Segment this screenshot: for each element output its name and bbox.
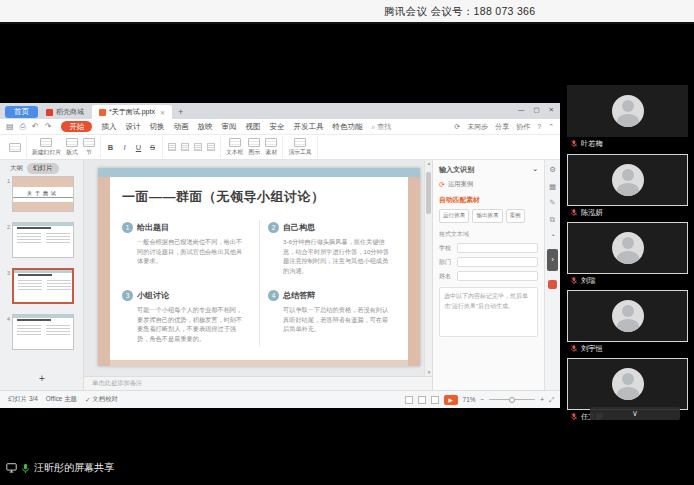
slide-canvas[interactable]: 一面——群面（无领导小组讨论） 1 给出题目 一般会根据自己报送岗位不同，给出不… <box>84 160 424 376</box>
reading-view-icon[interactable] <box>431 396 439 404</box>
field-input-3[interactable] <box>457 271 538 281</box>
current-slide[interactable]: 一面——群面（无领导小组讨论） 1 给出题目 一般会根据自己报送岗位不同，给出不… <box>98 168 420 366</box>
slide-item-3[interactable]: 3 小组讨论 可能一个小组每个人的专业都不相同，要发挥自己的优势，积极发言，时刻… <box>122 284 250 352</box>
pane-collapse-button[interactable]: › <box>547 249 558 271</box>
diagram-button[interactable]: 图示 <box>248 138 260 157</box>
material-button[interactable]: 素材 <box>265 138 277 157</box>
thumbnail-2[interactable] <box>12 222 74 258</box>
avatar <box>612 300 644 332</box>
slideshow-play-button[interactable]: ▶ <box>444 395 458 405</box>
textbox-button[interactable]: 文本框 <box>226 138 243 157</box>
docer-badge-icon[interactable] <box>548 280 557 289</box>
ribbon-search[interactable]: ⌕ 查找 <box>371 122 391 132</box>
save-icon[interactable]: ▤ <box>6 122 14 131</box>
scrollbar-thumb[interactable] <box>426 172 431 214</box>
present-tools-button[interactable]: 演示工具 <box>288 138 311 157</box>
maximize-button[interactable]: ▢ <box>533 106 539 114</box>
slide-item-2[interactable]: 2 自己构思 3-6分钟自行做头脑风暴，抓住关键信息，结合平时所学进行作答，10… <box>268 216 396 284</box>
print-icon[interactable]: ⎙ <box>20 122 26 132</box>
new-slide-button[interactable]: 新建幻灯片 <box>32 138 61 157</box>
run-effect-button[interactable]: 运行效果 <box>439 209 469 223</box>
slide-thumb-3[interactable]: 3 <box>4 268 74 304</box>
participant-tile[interactable]: 陈泓妍 <box>567 154 688 219</box>
strikethrough-button[interactable]: S <box>148 143 157 152</box>
new-tab-button[interactable]: + <box>178 105 183 119</box>
normal-view-icon[interactable] <box>405 396 413 404</box>
menu-tab-slideshow[interactable]: 放映 <box>197 122 212 132</box>
tab-close-icon[interactable]: ✕ <box>160 109 165 116</box>
thumbnail-1[interactable]: 关于面试 <box>12 176 74 212</box>
menu-tab-features[interactable]: 特色功能 <box>332 122 362 132</box>
menu-tab-insert[interactable]: 插入 <box>101 122 116 132</box>
tab-docer[interactable]: 稻壳商城 <box>38 105 92 119</box>
participant-tile[interactable]: 叶若梅 <box>567 85 688 150</box>
notes-bar[interactable]: 单击此处添加备注 <box>84 376 432 390</box>
case-button[interactable]: 案例 <box>506 209 525 223</box>
field-input-2[interactable] <box>457 257 538 267</box>
ribbon-collapse-icon[interactable]: ⌃ <box>548 123 554 131</box>
redo-icon[interactable]: ↷ <box>45 122 52 131</box>
tab-outline[interactable]: 大纲 <box>10 164 23 173</box>
align-center-icon[interactable] <box>181 143 189 151</box>
sidebar-collapse-button[interactable]: ∨ <box>590 407 680 420</box>
help-icon[interactable]: ? <box>537 123 541 130</box>
participant-label: 刘瑞 <box>567 274 688 287</box>
proof-label[interactable]: 文档校对 <box>92 395 118 404</box>
participant-tile[interactable]: 刘宇恒 <box>567 290 688 355</box>
zoom-in-button[interactable]: + <box>540 396 544 403</box>
history-icon[interactable]: ◔ <box>550 232 555 240</box>
tab-slides[interactable]: 幻灯片 <box>27 163 59 174</box>
share-button[interactable]: 分享 <box>495 122 509 132</box>
menu-tab-transition[interactable]: 切换 <box>149 122 164 132</box>
paste-button[interactable] <box>9 143 21 152</box>
slide-title[interactable]: 一面——群面（无领导小组讨论） <box>122 188 325 206</box>
italic-button[interactable]: I <box>120 143 129 152</box>
design-icon[interactable]: ▦ <box>549 183 556 191</box>
thumbnail-3-selected[interactable] <box>12 268 74 304</box>
menu-tab-design[interactable]: 设计 <box>125 122 140 132</box>
menu-tab-review[interactable]: 审阅 <box>221 122 236 132</box>
participant-tile[interactable]: 刘瑞 <box>567 222 688 287</box>
collab-button[interactable]: 协作 <box>516 122 530 132</box>
zoom-slider-knob[interactable] <box>509 397 515 403</box>
menu-tab-security[interactable]: 安全 <box>269 122 284 132</box>
slide-thumb-2[interactable]: 2 <box>4 222 74 258</box>
undo-icon[interactable]: ↶ <box>32 122 39 131</box>
zoom-out-button[interactable]: − <box>480 396 484 403</box>
sorter-view-icon[interactable] <box>418 396 426 404</box>
layout-button[interactable]: 版式 <box>66 138 78 157</box>
tab-home[interactable]: 首页 <box>5 106 38 118</box>
canvas-scrollbar[interactable]: ▲ ▼ <box>424 160 432 376</box>
annotate-icon[interactable]: ✎ <box>549 199 555 207</box>
menu-tab-view[interactable]: 视图 <box>245 122 260 132</box>
align-justify-icon[interactable] <box>207 143 215 151</box>
task-pane-hint: 选中以下内容标记完毕，然后单击“运行效果”后自动生成。 <box>439 287 538 337</box>
slide-thumb-1[interactable]: 1 关于面试 <box>4 176 74 212</box>
align-right-icon[interactable] <box>194 143 202 151</box>
minimize-button[interactable]: — <box>518 106 525 114</box>
properties-icon[interactable]: ⚙ <box>549 166 556 174</box>
menu-tab-animation[interactable]: 动画 <box>173 122 188 132</box>
layers-icon[interactable]: ⧉ <box>550 216 555 224</box>
use-case-link[interactable]: ⟳ 运用案例 <box>439 180 538 189</box>
underline-button[interactable]: U <box>134 143 143 152</box>
bold-button[interactable]: B <box>106 143 115 152</box>
thumb1-bottom-band <box>13 202 73 211</box>
zoom-slider[interactable] <box>489 399 535 400</box>
tab-document[interactable]: *关于面试.pptx ✕ <box>92 105 172 119</box>
close-button[interactable]: ✕ <box>549 106 554 114</box>
fit-screen-icon[interactable]: ⤢ <box>549 396 554 404</box>
field-input-1[interactable] <box>457 243 538 253</box>
add-slide-button[interactable]: + <box>0 373 84 384</box>
align-left-icon[interactable] <box>168 143 176 151</box>
section-button[interactable]: 节 <box>83 138 95 157</box>
task-pane-collapse-icon[interactable]: ⌄ <box>532 165 538 175</box>
slide-thumb-4[interactable]: 4 <box>4 314 74 350</box>
slide-item-4[interactable]: 4 总结答辩 可以争取一下总结的资格，若没有则认真听好结尾，若答辩者有遗漏，可在… <box>268 284 396 352</box>
sync-icon[interactable]: ⟳ <box>454 123 460 131</box>
menu-tab-start[interactable]: 开始 <box>61 121 92 132</box>
output-effect-button[interactable]: 输出效果 <box>472 209 502 223</box>
thumbnail-4[interactable] <box>12 314 74 350</box>
slide-item-1[interactable]: 1 给出题目 一般会根据自己报送岗位不同，给出不同的讨论题目，面试官也会给出其他… <box>122 216 250 284</box>
menu-tab-devtools[interactable]: 开发工具 <box>293 122 323 132</box>
